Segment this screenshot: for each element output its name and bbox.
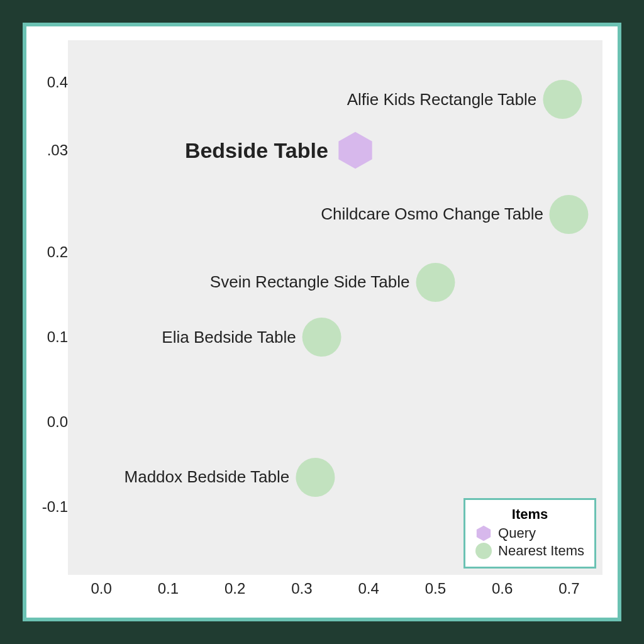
item-label: Alfie Kids Rectangle Table [347, 90, 537, 109]
hexagon-icon [336, 131, 375, 170]
x-tick: 0.3 [291, 580, 312, 597]
circle-marker [543, 80, 582, 119]
legend-entry: Query [475, 525, 584, 541]
x-tick: 0.5 [425, 580, 446, 597]
svg-marker-1 [477, 526, 491, 541]
nearest-item-point: Alfie Kids Rectangle Table [347, 80, 582, 119]
x-tick: 0.0 [91, 580, 111, 597]
circle-marker [416, 263, 455, 302]
item-label: Svein Rectangle Side Table [210, 272, 410, 292]
plot-area: Alfie Kids Rectangle TableChildcare Osmo… [68, 40, 602, 575]
nearest-item-point: Maddox Bedside Table [125, 458, 335, 497]
circle-marker [303, 318, 341, 357]
nearest-item-point: Elia Bedside Table [162, 318, 341, 357]
y-tick: 0.0 [38, 413, 68, 431]
x-tick: 0.2 [225, 580, 245, 597]
y-tick: .03 [38, 142, 68, 159]
x-tick: 0.4 [358, 580, 379, 597]
y-tick: 0.4 [38, 74, 68, 91]
circle-icon [475, 543, 492, 559]
legend-entry: Nearest Items [475, 543, 584, 559]
item-label: Childcare Osmo Change Table [321, 204, 543, 224]
nearest-item-point: Childcare Osmo Change Table [321, 195, 589, 234]
legend-label: Query [498, 525, 536, 541]
item-label: Elia Bedside Table [162, 328, 296, 347]
circle-marker [550, 195, 589, 234]
query-label: Bedside Table [185, 138, 328, 163]
circle-marker [296, 458, 335, 497]
hexagon-icon [475, 525, 492, 541]
y-tick: 0.1 [38, 328, 68, 346]
x-tick: 0.1 [158, 580, 179, 597]
legend: ItemsQueryNearest Items [464, 498, 596, 569]
legend-title: Items [475, 506, 584, 523]
item-label: Maddox Bedside Table [125, 467, 290, 487]
nearest-item-point: Svein Rectangle Side Table [210, 263, 455, 302]
y-tick: -0.1 [38, 498, 68, 516]
chart-frame: Alfie Kids Rectangle TableChildcare Osmo… [23, 23, 621, 621]
y-tick: 0.2 [38, 243, 68, 261]
query-point: Bedside Table [185, 131, 375, 170]
x-tick: 0.7 [558, 580, 579, 597]
legend-label: Nearest Items [498, 543, 584, 559]
x-tick: 0.6 [492, 580, 513, 597]
svg-marker-0 [338, 132, 372, 169]
